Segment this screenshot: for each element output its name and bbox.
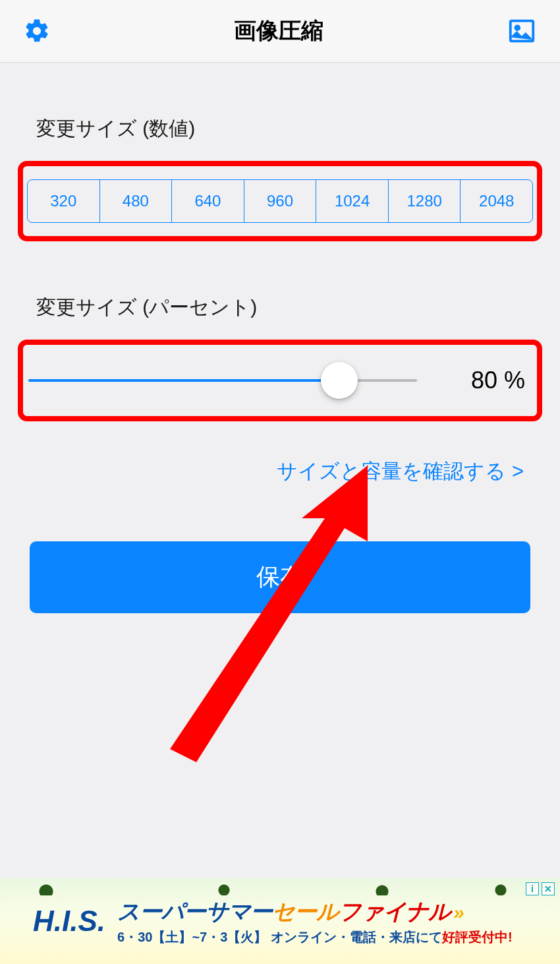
check-size-link[interactable]: サイズと容量を確認する > (30, 458, 530, 485)
app-header: 画像圧縮 (0, 0, 560, 63)
size-option-1280[interactable]: 1280 (389, 180, 461, 222)
settings-gear-icon[interactable] (23, 17, 51, 45)
image-picker-icon[interactable] (507, 16, 537, 46)
ad-decoration (0, 878, 560, 895)
size-option-640[interactable]: 640 (172, 180, 244, 222)
save-button[interactable]: 保存 (30, 541, 530, 613)
size-option-960[interactable]: 960 (244, 180, 317, 222)
size-numeric-label: 変更サイズ (数値) (30, 115, 530, 142)
ad-banner[interactable]: H.I.S. スーパーサマーセールファイナル» 6・30【土】~7・3【火】 オ… (0, 878, 560, 964)
size-option-320[interactable]: 320 (28, 180, 100, 222)
main-content: 変更サイズ (数値) 320 480 640 960 1024 1280 204… (0, 115, 560, 613)
slider-thumb[interactable] (321, 362, 358, 399)
chevron-right-icon: » (453, 901, 459, 923)
svg-point-1 (515, 26, 519, 30)
size-segmented-control[interactable]: 320 480 640 960 1024 1280 2048 (27, 179, 533, 223)
size-percent-label: 変更サイズ (パーセント) (30, 294, 530, 321)
ad-info-icon[interactable]: i (526, 882, 539, 895)
ad-subline: 6・30【土】~7・3【火】 オンライン・電話・来店にて好評受付中! (117, 928, 547, 946)
ad-close-icon[interactable]: ✕ (542, 882, 555, 895)
percent-slider-row: 80 % (27, 358, 533, 403)
ad-text: スーパーサマーセールファイナル» 6・30【土】~7・3【火】 オンライン・電話… (117, 897, 547, 946)
highlight-box-percent: 80 % (18, 340, 542, 421)
percent-value: 80 % (417, 367, 532, 394)
ad-headline: スーパーサマーセールファイナル» (117, 897, 547, 927)
size-option-480[interactable]: 480 (100, 180, 173, 222)
ad-logo: H.I.S. (33, 905, 105, 938)
ad-controls: i ✕ (526, 882, 555, 895)
slider-fill (28, 379, 339, 382)
highlight-box-numeric: 320 480 640 960 1024 1280 2048 (18, 161, 542, 241)
size-option-1024[interactable]: 1024 (316, 180, 389, 222)
percent-slider[interactable] (28, 362, 417, 399)
size-option-2048[interactable]: 2048 (461, 180, 532, 222)
page-title: 画像圧縮 (51, 16, 507, 46)
